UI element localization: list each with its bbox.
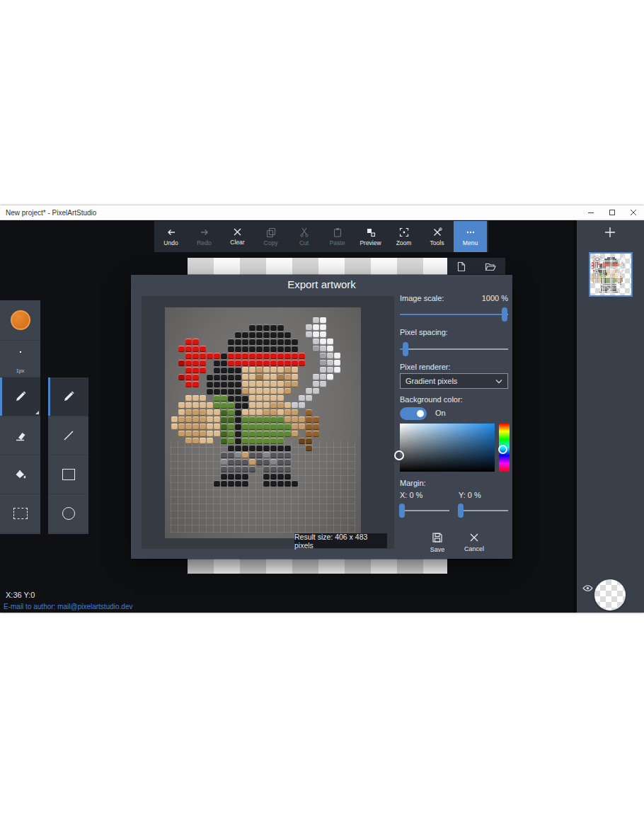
slider-handle[interactable]	[399, 504, 405, 518]
main-toolbar: Undo Redo Clear Copy Cut	[154, 221, 488, 252]
color-gradient-picker[interactable]	[400, 424, 495, 472]
eraser-tool[interactable]	[0, 416, 40, 455]
app-content: Undo Redo Clear Copy Cut	[0, 220, 644, 613]
menu-button[interactable]: Menu	[454, 221, 487, 252]
background-color-toggle[interactable]	[400, 407, 427, 420]
preview-button[interactable]: Preview	[354, 221, 387, 252]
hue-selector-circle[interactable]	[498, 445, 507, 454]
rectangle-icon	[62, 469, 75, 480]
undo-label: Undo	[163, 239, 178, 246]
brush-size-preview[interactable]: 1px	[0, 341, 40, 377]
hue-bar[interactable]	[499, 424, 510, 472]
result-size-badge: Result size: 406 x 483 pixels	[294, 533, 387, 548]
cut-icon	[299, 227, 309, 237]
ellipse-tool[interactable]	[48, 494, 88, 533]
line-tool[interactable]	[48, 416, 88, 455]
save-icon	[432, 532, 443, 543]
copy-button[interactable]: Copy	[254, 221, 287, 252]
cancel-button[interactable]: Cancel	[456, 527, 492, 558]
brush-size-label: 1px	[16, 368, 24, 373]
pencil-tool[interactable]	[0, 377, 40, 416]
image-scale-value: 1000 %	[482, 294, 508, 302]
rectangle-tool[interactable]	[48, 455, 88, 494]
margin-y-slider[interactable]	[459, 504, 508, 518]
pencil-icon	[14, 390, 27, 403]
canvas-checkerboard-top	[188, 258, 447, 275]
slider-track	[459, 510, 508, 511]
brush-size-dot	[20, 351, 21, 353]
zoom-button[interactable]: Zoom	[387, 221, 420, 252]
pencil-icon	[62, 390, 75, 403]
fill-tool[interactable]	[0, 455, 40, 494]
open-folder-icon[interactable]	[485, 262, 496, 271]
image-scale-label: Image scale:	[400, 294, 444, 302]
pixel-renderer-dropdown[interactable]: Gradient pixels	[400, 373, 508, 389]
zoom-icon	[399, 227, 409, 237]
pixel-spacing-label: Pixel spacing:	[400, 328, 448, 336]
slider-fill	[400, 314, 505, 315]
margin-x-slider[interactable]	[400, 504, 449, 518]
paste-button[interactable]: Paste	[321, 221, 354, 252]
title-bar: New project* - PixelArtStudio	[0, 205, 644, 220]
copy-icon	[266, 227, 276, 237]
image-scale-slider[interactable]	[400, 307, 508, 322]
pixel-renderer-label: Pixel renderer:	[400, 363, 451, 371]
cancel-x-icon	[469, 533, 479, 543]
maximize-button[interactable]	[602, 205, 623, 220]
new-file-icon[interactable]	[456, 261, 466, 272]
slider-handle[interactable]	[403, 342, 408, 356]
save-button[interactable]: Save	[420, 527, 455, 558]
minimize-button[interactable]	[580, 205, 602, 220]
background-color-label: Background color:	[400, 395, 463, 404]
preview-icon	[366, 227, 376, 237]
active-color-swatch[interactable]	[0, 300, 40, 341]
select-tool[interactable]	[0, 494, 40, 533]
pencil-shape-tool[interactable]	[48, 377, 88, 416]
export-settings: Image scale: 1000 % Pixel spacing: Pixel…	[400, 275, 508, 559]
cut-label: Cut	[299, 239, 309, 246]
pixel-spacing-slider[interactable]	[400, 342, 508, 356]
cursor-coordinates: X:36 Y:0	[6, 591, 35, 599]
export-dialog: Export artwork Result size: 406 x 483 pi…	[131, 275, 512, 559]
background-layer-swatch[interactable]	[594, 579, 626, 610]
color-selector-circle[interactable]	[394, 450, 404, 460]
clear-button[interactable]: Clear	[221, 221, 254, 252]
layer-lock-icon[interactable]	[593, 269, 600, 278]
tools-label: Tools	[430, 239, 444, 246]
background-visibility-eye-icon[interactable]	[582, 584, 593, 592]
slider-handle[interactable]	[502, 307, 507, 322]
copy-label: Copy	[264, 239, 278, 246]
flyout-indicator	[35, 411, 39, 414]
file-actions-strip	[447, 258, 505, 275]
slider-handle[interactable]	[458, 504, 464, 518]
add-layer-button[interactable]	[600, 223, 620, 242]
cut-button[interactable]: Cut	[287, 221, 321, 252]
tools-button[interactable]: Tools	[420, 221, 454, 252]
tools-icon	[432, 227, 442, 237]
redo-button[interactable]: Redo	[188, 221, 221, 252]
minimize-icon	[587, 209, 594, 216]
layer-thumbnail[interactable]	[589, 252, 633, 297]
undo-button[interactable]: Undo	[154, 221, 188, 252]
window-title: New project* - PixelArtStudio	[0, 209, 580, 217]
plus-icon	[604, 226, 616, 239]
page: New project* - PixelArtStudio Undo R	[0, 0, 644, 818]
export-preview	[142, 296, 394, 549]
selection-rect-icon	[13, 508, 28, 519]
zoom-label: Zoom	[396, 239, 412, 246]
chevron-down-icon	[495, 379, 502, 384]
canvas-checkerboard-bottom	[188, 559, 447, 574]
circle-icon	[62, 507, 75, 520]
paste-icon	[333, 227, 343, 237]
margin-x-value: X: 0 %	[400, 491, 422, 499]
layer-visibility-eye-icon[interactable]	[592, 256, 602, 263]
close-button[interactable]	[623, 205, 644, 220]
clear-label: Clear	[230, 239, 244, 246]
author-email-link[interactable]: E-mail to author: mail@pixelartstudio.de…	[4, 603, 132, 610]
save-label: Save	[430, 546, 445, 553]
layers-panel	[577, 220, 644, 613]
pixel-renderer-value: Gradient pixels	[406, 377, 495, 385]
cancel-label: Cancel	[464, 545, 484, 552]
redo-label: Redo	[197, 239, 211, 246]
redo-icon	[200, 227, 209, 237]
